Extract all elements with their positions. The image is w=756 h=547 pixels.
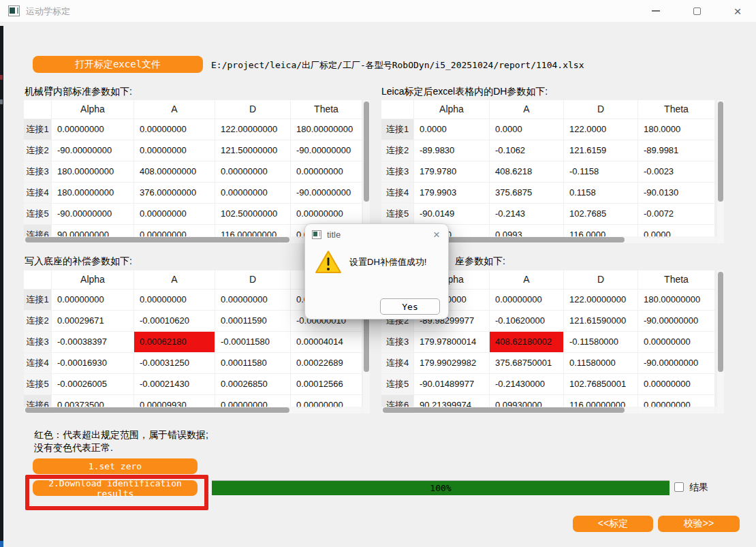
table-cell[interactable]: -90.00000000	[638, 353, 714, 373]
minimize-button[interactable]	[640, 0, 672, 22]
table-cell[interactable]: -0.00010620	[134, 311, 215, 331]
table-cell[interactable]: 122.00000000	[215, 119, 290, 140]
table-cell[interactable]: 0.00062180	[134, 332, 215, 352]
calibrate-nav-button[interactable]: <<标定	[573, 516, 653, 532]
table-cell[interactable]: -0.1158	[564, 161, 637, 182]
table-cell[interactable]: 180.00000000	[291, 119, 362, 140]
table-cell[interactable]: 102.7685	[564, 204, 637, 224]
table-cell[interactable]: 122.0000	[564, 119, 637, 140]
table-cell[interactable]: -0.21430000	[490, 374, 563, 394]
table-cell[interactable]: -0.1062	[490, 140, 563, 161]
table-cell[interactable]: 0.00000000	[134, 204, 215, 224]
table-cell[interactable]: -90.00000000	[638, 311, 714, 331]
table-cell[interactable]: -90.00000000	[291, 140, 362, 161]
table-row: 连接2-89.9830-0.1062121.6159-89.9981	[381, 140, 724, 161]
table-cell[interactable]: 0.00000000	[52, 290, 133, 310]
table-cell[interactable]: 179.99029982	[414, 353, 489, 373]
table-cell[interactable]: 180.0000	[638, 119, 714, 140]
table-cell[interactable]: 0.00000000	[134, 119, 215, 140]
table-cell[interactable]: 0.00011590	[215, 311, 290, 331]
table-cell[interactable]: -0.00026005	[52, 374, 133, 394]
table-cell[interactable]: -0.00016930	[52, 353, 133, 373]
table-cell[interactable]: -90.00000000	[291, 183, 362, 203]
table-cell[interactable]: 102.76850001	[564, 374, 637, 394]
yes-button[interactable]: Yes	[380, 298, 440, 315]
table-cell[interactable]: 121.61590000	[564, 311, 637, 331]
vertical-scrollbar-thumb[interactable]	[364, 101, 369, 202]
table-cell[interactable]: 375.68750001	[490, 353, 563, 373]
table-cell[interactable]: 408.6218	[490, 161, 563, 182]
table-cell[interactable]: 180.00000000	[52, 161, 133, 182]
table-cell[interactable]: 0.00004014	[291, 332, 362, 352]
verify-nav-button[interactable]: 校验>>	[658, 516, 740, 532]
close-button[interactable]: ×	[722, 0, 753, 22]
table-cell[interactable]: 408.00000000	[134, 161, 215, 182]
table-row: 连接3-0.000383970.00062180-0.000115800.000…	[24, 332, 370, 352]
table-cell[interactable]: 0.0000	[490, 119, 563, 140]
vertical-scrollbar-thumb[interactable]	[718, 272, 723, 372]
table-cell[interactable]: 0.00000000	[134, 140, 215, 161]
table-cell[interactable]: -90.00000000	[52, 140, 133, 161]
horizontal-scrollbar-thumb[interactable]	[25, 237, 289, 243]
note-line-2: 没有变色代表正常.	[34, 441, 208, 454]
table-cell[interactable]: 0.00000000	[215, 183, 290, 203]
table-cell[interactable]: 0.00000000	[490, 290, 563, 310]
maximize-button[interactable]	[681, 0, 712, 22]
table-cell[interactable]: 0.1158	[564, 183, 637, 203]
table-cell[interactable]: -0.00031250	[134, 353, 215, 373]
table-cell[interactable]: 0.00000000	[638, 332, 714, 352]
table-cell[interactable]: 0.11580000	[564, 353, 637, 373]
table-cell[interactable]: 0.00000000	[638, 374, 714, 394]
table-cell[interactable]: 0.00000000	[215, 161, 290, 182]
column-header: Theta	[638, 100, 714, 119]
horizontal-scrollbar-thumb[interactable]	[25, 407, 289, 413]
table-cell[interactable]: 408.62180002	[490, 332, 563, 352]
table-cell[interactable]: 0.00026850	[215, 374, 290, 394]
table-cell[interactable]: -0.00038397	[52, 332, 133, 352]
table-cell[interactable]: 180.00000000	[52, 183, 133, 203]
table-cell[interactable]: 0.00000000	[215, 290, 290, 310]
table-cell[interactable]: -0.00021430	[134, 374, 215, 394]
table-cell[interactable]: 122.00000000	[564, 290, 637, 310]
open-excel-button[interactable]: 打开标定excel文件	[33, 56, 203, 73]
set-zero-button[interactable]: 1.set zero	[33, 458, 198, 474]
compensation-params-label: 写入底座的补偿参数如下:	[25, 255, 132, 268]
table-cell[interactable]: -90.0130	[638, 183, 714, 203]
row-header: 连接3	[381, 332, 413, 352]
table-cell[interactable]: 376.00000000	[134, 183, 215, 203]
table-cell[interactable]: -90.01489977	[414, 374, 489, 394]
table-cell[interactable]: 0.00000000	[291, 161, 362, 182]
table-cell[interactable]: 121.6159	[564, 140, 637, 161]
table-cell[interactable]: 0.00022689	[291, 353, 362, 373]
table-cell[interactable]: 0.00012566	[291, 374, 362, 394]
table-cell[interactable]: 0.00000000	[291, 204, 362, 224]
table-cell[interactable]: -0.00011580	[215, 332, 290, 352]
table-cell[interactable]: 0.00029671	[52, 311, 133, 331]
table-cell[interactable]: -0.0072	[638, 204, 714, 224]
table-cell[interactable]: 180.00000000	[638, 290, 714, 310]
table-cell[interactable]: -90.00000000	[52, 204, 133, 224]
table-cell[interactable]: -89.9981	[638, 140, 714, 161]
table-cell[interactable]: -0.11580000	[564, 332, 637, 352]
table-cell[interactable]: -89.9830	[414, 140, 489, 161]
vertical-scrollbar-thumb[interactable]	[718, 101, 723, 202]
table-cell[interactable]: 179.9780	[414, 161, 489, 182]
table-cell[interactable]: -0.0023	[638, 161, 714, 182]
table-cell[interactable]: 0.00011580	[215, 353, 290, 373]
download-results-button[interactable]: 2.Download identification results	[33, 480, 198, 496]
table-row: 连接5-90.0149-0.2143102.7685-0.0072	[381, 204, 724, 224]
table-cell[interactable]: 375.6875	[490, 183, 563, 203]
table-cell[interactable]: -90.0149	[414, 204, 489, 224]
table-cell[interactable]: 179.97800014	[414, 332, 489, 352]
table-cell[interactable]: -0.2143	[490, 204, 563, 224]
table-cell[interactable]: 0.00000000	[134, 290, 215, 310]
table-cell[interactable]: 0.00000000	[52, 119, 133, 140]
table-cell[interactable]: 102.50000000	[215, 204, 290, 224]
table-cell[interactable]: -0.10620000	[490, 311, 563, 331]
table-cell[interactable]: 179.9903	[414, 183, 489, 203]
table-cell[interactable]: 0.0000	[414, 119, 489, 140]
result-checkbox[interactable]	[674, 482, 684, 492]
horizontal-scrollbar-thumb[interactable]	[383, 407, 625, 413]
table-cell[interactable]: 121.50000000	[215, 140, 290, 161]
dialog-close-icon[interactable]: ×	[432, 229, 441, 240]
